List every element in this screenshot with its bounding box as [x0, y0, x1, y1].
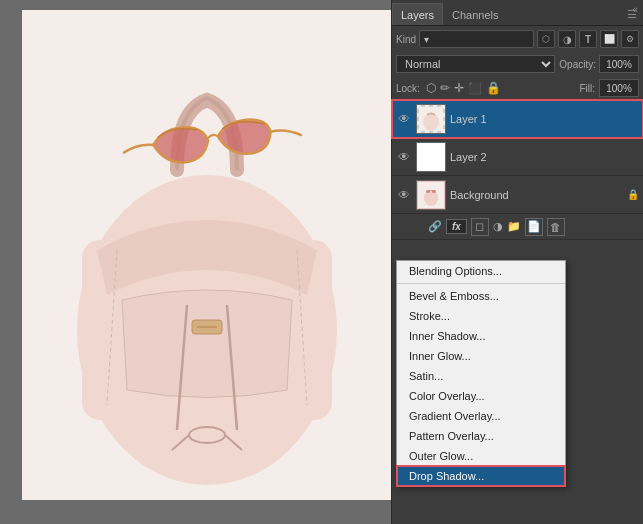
fx-menu-drop-shadow[interactable]: Drop Shadow... [397, 466, 565, 486]
fx-menu-divider1 [397, 283, 565, 284]
layer2-name: Layer 2 [450, 151, 639, 163]
search-row: Kind ▾ ⬡ ◑ T ⬜ ⚙ [392, 26, 643, 52]
lock-paint-icon[interactable]: ✏ [440, 81, 450, 95]
kind-filter-dropdown[interactable]: ▾ [419, 30, 534, 48]
adjust-layer-icon[interactable]: ◑ [493, 220, 503, 233]
blend-mode-select[interactable]: Normal Dissolve Multiply Screen [396, 55, 555, 73]
fx-menu-stroke[interactable]: Stroke... [397, 306, 565, 326]
layer-row-layer2[interactable]: 👁 Layer 2 [392, 138, 643, 176]
layer1-visibility-eye[interactable]: 👁 [396, 111, 412, 127]
layer-row-background[interactable]: 👁 Background 🔒 [392, 176, 643, 214]
fill-value[interactable]: 100% [599, 79, 639, 97]
fx-menu-outer-glow[interactable]: Outer Glow... [397, 446, 565, 466]
fx-menu-satin[interactable]: Satin... [397, 366, 565, 386]
new-layer-icon[interactable]: 📄 [525, 218, 543, 236]
lock-row: Lock: ⬡ ✏ ✛ ⬛ 🔒 Fill: 100% [392, 76, 643, 100]
svg-rect-17 [432, 190, 436, 193]
lock-label: Lock: [396, 83, 420, 94]
lock-transparent-icon[interactable]: ⬡ [426, 81, 436, 95]
tab-layers[interactable]: Layers [392, 3, 443, 25]
fill-label: Fill: [579, 83, 595, 94]
opacity-label: Opacity: [559, 59, 596, 70]
lock-all-icon[interactable]: 🔒 [486, 81, 501, 95]
svg-rect-16 [426, 190, 430, 193]
fx-menu-color-overlay[interactable]: Color Overlay... [397, 386, 565, 406]
lock-move-icon[interactable]: ✛ [454, 81, 464, 95]
filter-pixel-icon[interactable]: ⬡ [537, 30, 555, 48]
filter-shape-icon[interactable]: ⬜ [600, 30, 618, 48]
layer1-name: Layer 1 [450, 113, 639, 125]
layer2-thumbnail [416, 142, 446, 172]
search-label: Kind [396, 34, 416, 45]
fx-row: 🔗 fx ◻ ◑ 📁 📄 🗑 [392, 214, 643, 240]
fx-menu-bevel[interactable]: Bevel & Emboss... [397, 286, 565, 306]
background-lock-icon: 🔒 [627, 189, 639, 200]
filter-adjust-icon[interactable]: ◑ [558, 30, 576, 48]
fx-menu-inner-glow[interactable]: Inner Glow... [397, 346, 565, 366]
fx-menu-gradient-overlay[interactable]: Gradient Overlay... [397, 406, 565, 426]
layers-list: 👁 Layer 1 👁 Layer 2 👁 [392, 100, 643, 214]
mask-icon[interactable]: ◻ [471, 218, 489, 236]
tab-channels[interactable]: Channels [443, 3, 507, 25]
layer2-visibility-eye[interactable]: 👁 [396, 149, 412, 165]
fx-menu-blending[interactable]: Blending Options... [397, 261, 565, 281]
layer1-thumbnail [416, 104, 446, 134]
background-visibility-eye[interactable]: 👁 [396, 187, 412, 203]
background-thumbnail [416, 180, 446, 210]
blend-opacity-row: Normal Dissolve Multiply Screen Opacity:… [392, 52, 643, 76]
panel-tabs-bar: Layers Channels ☰ [392, 0, 643, 26]
opacity-value[interactable]: 100% [599, 55, 639, 73]
delete-layer-icon[interactable]: 🗑 [547, 218, 565, 236]
fx-menu-pattern-overlay[interactable]: Pattern Overlay... [397, 426, 565, 446]
fx-button[interactable]: fx [446, 219, 467, 234]
opacity-control: Opacity: 100% [559, 55, 639, 73]
background-name: Background [450, 189, 623, 201]
lock-artboard-icon[interactable]: ⬛ [468, 82, 482, 95]
layers-panel: « Layers Channels ☰ Kind ▾ ⬡ ◑ T ⬜ ⚙ Nor… [391, 0, 643, 524]
filter-type-icon[interactable]: T [579, 30, 597, 48]
panel-collapse-btn[interactable]: « [629, 4, 641, 15]
bag-illustration [22, 10, 392, 500]
fx-menu-inner-shadow[interactable]: Inner Shadow... [397, 326, 565, 346]
layer-row-layer1[interactable]: 👁 Layer 1 [392, 100, 643, 138]
group-icon[interactable]: 📁 [507, 220, 521, 233]
filter-smart-icon[interactable]: ⚙ [621, 30, 639, 48]
svg-point-13 [423, 113, 439, 131]
link-icon[interactable]: 🔗 [428, 220, 442, 233]
fx-context-menu: Blending Options... Bevel & Emboss... St… [396, 260, 566, 487]
